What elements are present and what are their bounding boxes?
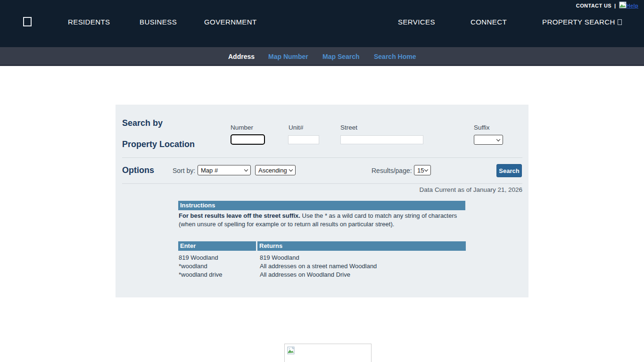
- example-returns-3: All addresses on Woodland Drive: [260, 271, 350, 279]
- suffix-select[interactable]: [474, 135, 503, 145]
- results-per-page-label: Results/page:: [372, 167, 412, 174]
- enter-column-header: Enter: [178, 241, 256, 251]
- street-label: Street: [340, 124, 357, 131]
- street-input[interactable]: [340, 135, 423, 144]
- instructions-bold: For best results leave off the street su…: [179, 212, 300, 219]
- utility-separator: |: [614, 3, 616, 8]
- sort-by-label: Sort by:: [173, 167, 195, 174]
- options-title: Options: [122, 165, 154, 175]
- results-per-page-select-wrap: 15: [414, 165, 431, 175]
- nav-item-residents[interactable]: RESIDENTS: [68, 18, 110, 26]
- site-header: CONTACT US | Help RESIDENTS BUSINESS GOV…: [0, 0, 644, 47]
- divider: [122, 157, 522, 158]
- data-current-text: Data Current as of January 21, 2026: [420, 186, 522, 193]
- utility-bar: CONTACT US | Help: [576, 1, 638, 10]
- nav-item-business[interactable]: BUSINESS: [140, 18, 177, 26]
- example-returns-1: 819 Woodland: [260, 254, 299, 262]
- number-input[interactable]: [231, 134, 265, 145]
- instructions-header: Instructions: [178, 201, 465, 210]
- suffix-select-wrap: [474, 135, 503, 145]
- sort-field-select[interactable]: Map #: [198, 165, 251, 175]
- nav-item-property-search[interactable]: PROPERTY SEARCH: [542, 18, 622, 26]
- results-per-page-select[interactable]: 15: [414, 165, 431, 175]
- tab-map-search[interactable]: Map Search: [322, 53, 360, 60]
- tab-search-home[interactable]: Search Home: [374, 53, 416, 60]
- example-enter-3: *woodland drive: [179, 271, 223, 279]
- search-button[interactable]: Search: [496, 164, 522, 177]
- footer-image-placeholder: [284, 344, 372, 362]
- sort-direction-select-wrap: Ascending: [255, 165, 296, 175]
- nav-item-connect[interactable]: CONNECT: [471, 18, 507, 26]
- instructions-text: For best results leave off the street su…: [179, 212, 462, 229]
- panel-title-line2: Property Location: [122, 140, 195, 149]
- site-logo-placeholder[interactable]: [23, 17, 32, 26]
- tab-map-number[interactable]: Map Number: [268, 53, 308, 60]
- nav-item-services[interactable]: SERVICES: [398, 18, 435, 26]
- example-returns-2: All addresses on a street named Woodland: [260, 262, 377, 271]
- returns-column-header: Returns: [257, 241, 466, 251]
- sort-direction-select[interactable]: Ascending: [255, 165, 296, 175]
- broken-image-icon: [287, 346, 296, 355]
- number-label: Number: [231, 124, 253, 131]
- tab-address[interactable]: Address: [228, 53, 255, 60]
- nav-item-government[interactable]: GOVERNMENT: [204, 18, 257, 26]
- example-enter-1: 819 Woodland: [179, 254, 218, 262]
- panel-title-line1: Search by: [122, 118, 163, 128]
- sort-field-select-wrap: Map #: [198, 165, 251, 175]
- nav-item-property-search-label: PROPERTY SEARCH: [542, 18, 615, 26]
- suffix-label: Suffix: [474, 124, 490, 131]
- contact-us-link[interactable]: CONTACT US: [576, 3, 611, 8]
- help-link[interactable]: Help: [627, 3, 638, 8]
- divider: [122, 183, 522, 184]
- missing-glyph-box: [618, 19, 622, 25]
- search-tabbar: Address Map Number Map Search Search Hom…: [0, 47, 644, 66]
- page: CONTACT US | Help RESIDENTS BUSINESS GOV…: [0, 0, 644, 362]
- search-panel: Search by Property Location Number Unit#…: [116, 105, 528, 297]
- example-enter-2: *woodland: [179, 262, 207, 271]
- unit-label: Unit#: [289, 124, 304, 131]
- unit-input[interactable]: [288, 135, 319, 144]
